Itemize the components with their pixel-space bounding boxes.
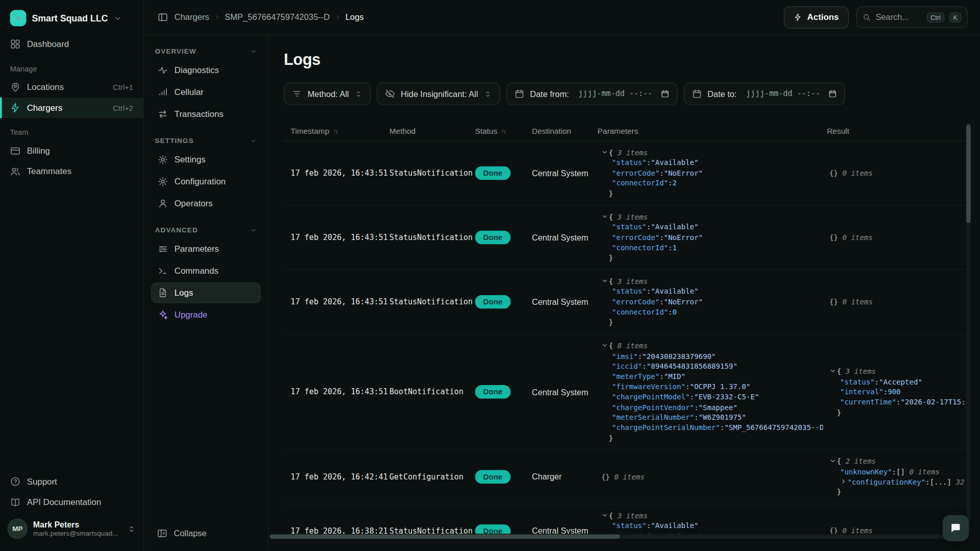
date-from-input[interactable]: jjjj-mm-dd --:--	[579, 89, 653, 98]
sidebar-item-dashboard[interactable]: Dashboard	[0, 34, 143, 54]
calendar-picker-icon[interactable]	[828, 89, 837, 98]
breadcrumb-charger-id[interactable]: SMP_567664759742035--D	[225, 12, 330, 21]
hide-insignificant-filter[interactable]: Hide Insignificant: All	[377, 83, 500, 105]
col-status[interactable]: Status ↑↓	[475, 127, 532, 135]
col-timestamp[interactable]: Timestamp ↑↓	[291, 127, 389, 135]
sort-icon[interactable]: ↑↓	[333, 128, 338, 134]
section-label: OVERVIEW	[155, 47, 197, 55]
sort-icon[interactable]: ↑↓	[501, 128, 506, 134]
search-input[interactable]	[876, 12, 922, 21]
users-icon	[10, 166, 21, 177]
sidebar-item-support[interactable]: Support	[0, 471, 143, 492]
log-parameters: { 3 items"status":"Available""errorCode"…	[597, 206, 827, 270]
date-to-filter[interactable]: Date to: jjjj-mm-dd --:--	[684, 83, 845, 105]
table-header: Timestamp ↑↓ Method Status ↑↓ Destinatio…	[284, 121, 968, 141]
collapse-caret-icon[interactable]	[601, 342, 608, 349]
sidebar-item-operators[interactable]: Operators	[151, 193, 260, 213]
sidebar-item-billing[interactable]: Billing	[0, 140, 143, 161]
log-destination: Central System	[532, 387, 598, 396]
json-tree: { 3 items"status":"Available""errorCode"…	[601, 148, 823, 199]
chat-bubble-icon	[949, 522, 962, 534]
log-parameters: { 8 items"imsi":"204308238379690""iccid"…	[597, 334, 827, 449]
org-logo	[10, 10, 27, 27]
sidebar-item-label: Transactions	[174, 109, 223, 118]
log-method: StatusNotification	[389, 298, 475, 306]
section-header-settings[interactable]: SETTINGS	[151, 134, 260, 149]
sliders-icon	[157, 244, 168, 254]
filter-icon	[292, 89, 302, 99]
calendar-picker-icon[interactable]	[660, 89, 669, 98]
org-switcher[interactable]: Smart Squad LLC	[0, 4, 143, 34]
date-to-input[interactable]: jjjj-mm-dd --:--	[746, 89, 820, 98]
column-label: Timestamp	[291, 127, 329, 135]
log-method: StatusNotification	[389, 233, 475, 242]
collapse-sidebar-button[interactable]: Collapse	[151, 523, 260, 543]
activity-icon	[157, 65, 168, 76]
log-timestamp: 17 feb 2026, 16:43:51	[291, 298, 389, 306]
breadcrumb-chargers[interactable]: Chargers	[174, 12, 209, 21]
collapse-label: Collapse	[174, 529, 206, 538]
log-row[interactable]: 17 feb 2026, 16:43:51StatusNotificationD…	[284, 270, 968, 334]
map-pin-icon	[10, 82, 21, 92]
expand-caret-icon[interactable]	[840, 478, 847, 485]
date-from-filter[interactable]: Date from: jjjj-mm-dd --:--	[506, 83, 677, 105]
log-row[interactable]: 17 feb 2026, 16:43:51StatusNotificationD…	[284, 141, 968, 206]
log-status-cell: Done	[475, 166, 532, 180]
sidebar-item-chargers[interactable]: Chargers Ctrl+2	[0, 98, 143, 118]
log-row[interactable]: 17 feb 2026, 16:42:41GetConfigurationDon…	[284, 450, 968, 504]
log-row[interactable]: 17 feb 2026, 16:38:21StatusNotificationD…	[284, 504, 968, 534]
sidebar-item-settings[interactable]: Settings	[151, 150, 260, 170]
collapse-caret-icon[interactable]	[601, 512, 608, 518]
horizontal-scrollbar-thumb[interactable]	[270, 534, 620, 539]
column-label: Destination	[532, 127, 571, 135]
kbd-k: K	[949, 12, 961, 22]
sidebar-item-api-documentation[interactable]: API Documentation	[0, 492, 143, 512]
breadcrumb: Chargers SMP_567664759742035--D Logs	[174, 12, 364, 21]
sidebar-item-transactions[interactable]: Transactions	[151, 104, 260, 124]
terminal-icon	[157, 266, 168, 276]
lightning-icon	[794, 13, 802, 21]
user-email: mark.peters@smartsquad...	[33, 530, 118, 538]
section-label: SETTINGS	[155, 137, 194, 145]
sidebar-item-locations[interactable]: Locations Ctrl+1	[0, 77, 143, 98]
sidebar-item-cellular[interactable]: Cellular	[151, 82, 260, 102]
sidebar-item-logs[interactable]: Logs	[151, 282, 260, 303]
json-tree: { 8 items"imsi":"204308238379690""iccid"…	[601, 341, 823, 443]
book-icon	[10, 497, 21, 508]
sidebar-toggle-button[interactable]	[157, 12, 168, 22]
sidebar-item-label: Upgrade	[174, 310, 207, 319]
chat-launcher-button[interactable]	[943, 515, 969, 541]
nav-group-manage: Manage	[0, 54, 143, 77]
sidebar-item-configuration[interactable]: Configuration	[151, 171, 260, 191]
json-empty: {} 0 items	[829, 168, 965, 178]
configuration-gear-icon	[157, 176, 168, 187]
search-box[interactable]: Ctrl K	[856, 6, 968, 28]
log-destination: Central System	[532, 169, 598, 178]
collapse-caret-icon[interactable]	[829, 458, 836, 464]
sidebar-item-parameters[interactable]: Parameters	[151, 239, 260, 259]
vertical-scrollbar-thumb[interactable]	[966, 125, 971, 223]
collapse-caret-icon[interactable]	[601, 277, 608, 284]
sidebar-item-commands[interactable]: Commands	[151, 260, 260, 281]
sidebar-item-diagnostics[interactable]: Diagnostics	[151, 60, 260, 80]
actions-button-label: Actions	[807, 12, 839, 21]
collapse-caret-icon[interactable]	[829, 368, 836, 374]
right-column: Chargers SMP_567664759742035--D Logs Act…	[144, 0, 980, 551]
method-filter[interactable]: Method: All	[284, 83, 371, 105]
user-menu[interactable]: MP Mark Peters mark.peters@smartsquad...	[0, 513, 143, 546]
section-header-overview[interactable]: OVERVIEW	[151, 45, 260, 60]
section-header-advanced[interactable]: ADVANCED	[151, 224, 260, 238]
collapse-caret-icon[interactable]	[601, 213, 608, 220]
sidebar-item-teammates[interactable]: Teammates	[0, 161, 143, 182]
log-row[interactable]: 17 feb 2026, 16:43:51StatusNotificationD…	[284, 206, 968, 270]
col-result: Result	[827, 127, 967, 135]
sidebar-item-upgrade[interactable]: Upgrade	[151, 304, 260, 325]
sidebar-item-label: Locations	[27, 83, 64, 92]
log-row[interactable]: 17 feb 2026, 16:43:51BootNotificationDon…	[284, 334, 968, 450]
column-label: Status	[475, 127, 497, 135]
col-method: Method	[389, 127, 475, 135]
actions-button[interactable]: Actions	[784, 6, 849, 29]
nav-group-team: Team	[0, 118, 143, 140]
collapse-caret-icon[interactable]	[601, 149, 608, 155]
app-root: Smart Squad LLC Dashboard Manage Locatio…	[0, 0, 980, 551]
